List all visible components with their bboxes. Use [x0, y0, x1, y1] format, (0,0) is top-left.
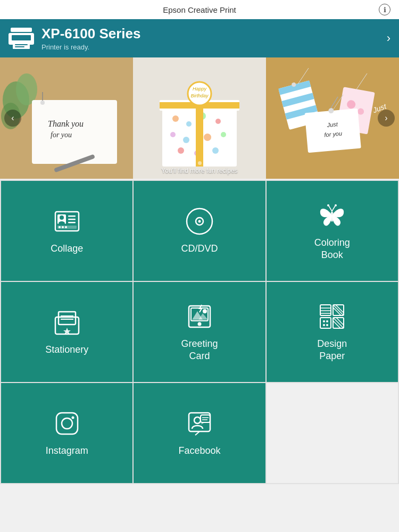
grid-item-greetingcard[interactable]: Greeting Card	[134, 282, 265, 382]
carousel-dot-5[interactable]	[212, 161, 215, 165]
svg-point-62	[60, 215, 64, 220]
carousel-caption: You'll find more fun recipes	[0, 167, 399, 174]
status-bar: Epson Creative Print ℹ	[0, 0, 399, 19]
svg-point-63	[59, 221, 65, 226]
svg-point-88	[203, 309, 207, 313]
svg-rect-12	[32, 100, 117, 164]
svg-text:Happy: Happy	[193, 86, 207, 92]
svg-point-70	[65, 226, 67, 228]
svg-point-89	[197, 322, 201, 326]
info-button[interactable]: ℹ	[379, 4, 390, 15]
feature-grid: Collage CD/DVD	[0, 180, 399, 484]
svg-point-20	[172, 115, 179, 122]
carousel-dots	[0, 161, 399, 165]
svg-point-27	[221, 132, 226, 137]
svg-rect-107	[56, 413, 78, 434]
printer-name: XP-6100 Series	[41, 26, 387, 42]
carousel-image-2: Happy Birthday	[133, 57, 266, 179]
svg-point-101	[323, 324, 325, 326]
svg-rect-5	[15, 46, 24, 47]
svg-point-28	[178, 147, 184, 154]
stationery-icon	[52, 307, 82, 337]
svg-rect-112	[201, 415, 210, 422]
svg-rect-90	[320, 305, 331, 315]
grid-item-coloringbook[interactable]: Coloring Book	[267, 181, 398, 281]
svg-point-6	[28, 36, 30, 39]
designpaper-label: Design Paper	[317, 338, 347, 363]
facebook-label: Facebook	[178, 445, 220, 457]
svg-point-100	[326, 320, 328, 322]
instagram-icon	[52, 409, 82, 438]
grid-item-instagram[interactable]: Instagram	[1, 383, 132, 483]
carousel-dot-3[interactable]	[198, 161, 202, 165]
coloringbook-label: Coloring Book	[314, 237, 350, 262]
header-chevron-icon[interactable]: ›	[387, 31, 390, 45]
svg-point-25	[183, 137, 189, 143]
grid-item-designpaper[interactable]: Design Paper	[267, 282, 398, 382]
svg-text:Thank you: Thank you	[48, 119, 84, 129]
printer-icon	[9, 28, 34, 49]
header[interactable]: XP-6100 Series Printer is ready. ›	[0, 19, 399, 57]
svg-point-99	[323, 320, 325, 322]
coloringbook-icon	[317, 201, 347, 230]
svg-point-73	[198, 220, 201, 223]
svg-point-108	[62, 418, 72, 429]
designpaper-icon	[317, 302, 347, 331]
svg-rect-0	[11, 28, 32, 32]
svg-rect-98	[320, 318, 331, 328]
svg-point-109	[71, 417, 74, 419]
grid-item-cddvd[interactable]: CD/DVD	[134, 181, 265, 281]
grid-item-empty	[267, 383, 398, 483]
svg-text:Just: Just	[326, 121, 338, 128]
instagram-label: Instagram	[46, 445, 88, 457]
printer-status: Printer is ready.	[41, 43, 387, 51]
svg-point-74	[330, 211, 334, 222]
svg-rect-4	[15, 44, 28, 45]
svg-text:for you: for you	[51, 131, 72, 139]
svg-rect-64	[68, 215, 76, 217]
svg-point-26	[204, 134, 211, 141]
grid-item-facebook[interactable]: Facebook	[134, 383, 265, 483]
carousel-next-button[interactable]: ›	[378, 110, 395, 127]
svg-point-13	[40, 101, 45, 105]
collage-icon	[52, 206, 82, 236]
stationery-label: Stationery	[45, 344, 88, 356]
svg-rect-3	[13, 43, 30, 49]
svg-rect-66	[68, 222, 76, 223]
svg-line-105	[333, 321, 340, 328]
greetingcard-label: Greeting Card	[181, 338, 218, 363]
carousel-prev-button[interactable]: ‹	[4, 110, 21, 127]
svg-point-76	[327, 204, 329, 206]
svg-line-75	[329, 206, 332, 211]
svg-point-68	[59, 226, 61, 228]
svg-point-23	[215, 119, 221, 124]
header-text: XP-6100 Series Printer is ready.	[41, 26, 387, 51]
carousel: Thank you for you	[0, 57, 399, 179]
facebook-icon	[185, 409, 214, 438]
svg-point-7	[24, 36, 27, 39]
svg-rect-65	[68, 219, 76, 220]
greetingcard-icon	[185, 302, 214, 331]
svg-text:Birthday: Birthday	[190, 93, 209, 98]
app-title: Epson Creative Print	[163, 5, 236, 14]
svg-rect-80	[59, 312, 76, 325]
carousel-dot-4[interactable]	[205, 161, 209, 165]
carousel-dot-2[interactable]	[191, 161, 195, 165]
svg-line-95	[333, 305, 344, 315]
svg-line-77	[332, 206, 335, 211]
grid-item-collage[interactable]: Collage	[1, 181, 132, 281]
svg-point-30	[212, 147, 219, 154]
collage-label: Collage	[51, 243, 83, 255]
svg-point-24	[170, 132, 176, 137]
svg-point-78	[335, 204, 337, 206]
svg-point-21	[186, 121, 192, 127]
cddvd-label: CD/DVD	[181, 243, 218, 255]
svg-point-69	[62, 226, 64, 228]
carousel-dot-1[interactable]	[184, 161, 188, 165]
svg-point-102	[326, 324, 328, 326]
cddvd-icon	[185, 206, 214, 236]
svg-rect-35	[196, 100, 203, 167]
svg-point-111	[194, 417, 201, 423]
grid-item-stationery[interactable]: Stationery	[1, 282, 132, 382]
svg-line-106	[336, 318, 344, 325]
